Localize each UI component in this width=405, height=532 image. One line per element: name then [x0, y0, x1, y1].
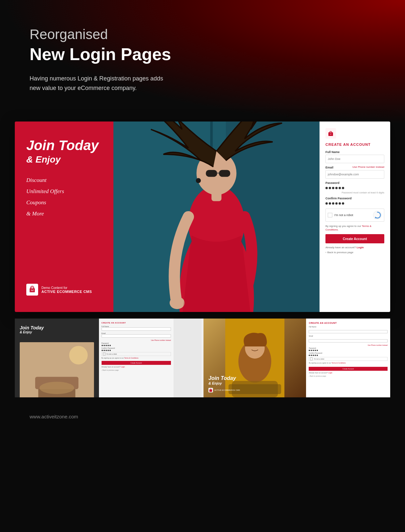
- svg-rect-10: [219, 170, 230, 177]
- svg-rect-9: [206, 170, 217, 177]
- join-today-heading: Join Today: [26, 138, 102, 153]
- hero-section: Reorganised New Login Pages Having numer…: [0, 0, 405, 125]
- hero-subtitle: Reorganised: [30, 26, 375, 43]
- form-logo: [325, 128, 384, 140]
- thumb1-join: Join Today: [20, 325, 94, 330]
- login-row: Already have an account? Login: [325, 246, 384, 249]
- captcha-label: I'm not a robot: [334, 213, 371, 217]
- confirm-label: Confirm Password: [325, 197, 384, 200]
- hero-title: New Login Pages: [30, 44, 375, 64]
- chair-image: [20, 342, 94, 397]
- password-label: Password: [325, 181, 384, 185]
- password-group: Password Password must contain at least …: [325, 181, 384, 194]
- terms-text: By signing up you agree to our Terms & C…: [325, 224, 384, 232]
- thumb1-create-btn[interactable]: Create Account: [102, 361, 171, 365]
- hero-description: Having numerous Login & Registration pag…: [30, 74, 201, 93]
- fullname-group: Full Name: [325, 150, 384, 163]
- brand-logo-icon: [26, 284, 38, 296]
- thumb2-name-input[interactable]: [309, 330, 388, 333]
- email-group: Email Use Phone number instead: [325, 166, 384, 179]
- card-branding: Demo Content for ACTIVE ECOMMERCE CMS: [26, 284, 102, 296]
- footer-url: www.activeitzone.com: [30, 414, 78, 419]
- enjoy-heading: & Enjoy: [26, 154, 102, 165]
- svg-rect-32: [209, 389, 212, 392]
- thumb2-image: Join Today & Enjoy ACTIVE ECOMMERCE CMS: [203, 319, 306, 397]
- captcha-row: I'm not a robot: [325, 209, 384, 222]
- fullname-input[interactable]: [325, 155, 384, 163]
- form-title: CREATE AN ACCOUNT: [325, 143, 384, 146]
- thumb2-overlay: Join Today & Enjoy ACTIVE ECOMMERCE CMS: [208, 375, 240, 392]
- benefit-coupons: Coupons: [26, 197, 102, 208]
- thumb2-create-btn[interactable]: Create Account: [309, 367, 388, 371]
- brand-demo-text: Demo Content for: [41, 286, 92, 290]
- card-right-panel: CREATE AN ACCOUNT Full Name Email Use Ph…: [320, 122, 390, 312]
- brand-name-text: ACTIVE ECOMMERCE CMS: [41, 290, 92, 294]
- card-left-panel: Join Today & Enjoy Discount Unlimited Of…: [15, 122, 113, 312]
- password-hint: Password must contain at least 6 digits: [325, 191, 384, 194]
- benefit-more: & More: [26, 208, 102, 219]
- thumbnails-section: Join Today & Enjoy: [0, 319, 405, 397]
- email-input[interactable]: [325, 170, 384, 179]
- thumbnail-2: Join Today & Enjoy ACTIVE ECOMMERCE CMS …: [202, 319, 390, 397]
- form-logo-icon: [325, 128, 336, 139]
- svg-point-13: [170, 297, 185, 309]
- svg-rect-1: [30, 288, 35, 292]
- svg-point-25: [69, 346, 87, 364]
- thumb2-captcha: I'm not a robot: [309, 357, 388, 361]
- main-card: Join Today & Enjoy Discount Unlimited Of…: [15, 122, 390, 312]
- confirm-password-group: Confirm Password: [325, 197, 384, 206]
- chevron-left-icon: ‹: [325, 251, 326, 254]
- thumb1-captcha: I'm not a robot: [102, 352, 171, 356]
- login-link[interactable]: Login: [357, 246, 364, 249]
- thumbnail-1: Join Today & Enjoy: [15, 319, 202, 397]
- hero-image: [113, 122, 320, 312]
- svg-point-24: [39, 382, 74, 394]
- thumb1-form: CREATE AN ACCOUNT Full Name Email Use Ph…: [99, 319, 174, 397]
- svg-point-12: [196, 178, 201, 183]
- thumb1-name-input[interactable]: [102, 327, 171, 331]
- thumb2-form: CREATE AN ACCOUNT Full Name Email Use Ph…: [306, 319, 390, 397]
- thumb1-left: Join Today & Enjoy: [15, 319, 99, 397]
- confirm-dots: [325, 201, 384, 206]
- thumb1-enjoy: & Enjoy: [20, 330, 94, 334]
- thumb1-email-input[interactable]: [102, 334, 171, 338]
- thumb2-email-input[interactable]: [309, 339, 388, 343]
- captcha-checkbox[interactable]: [328, 213, 332, 217]
- preview-section: Join Today & Enjoy Discount Unlimited Of…: [0, 122, 405, 312]
- recaptcha-logo: [373, 211, 382, 220]
- thumb2-brand-icon: [208, 388, 213, 392]
- benefit-offers: Unlimited Offers: [26, 186, 102, 197]
- create-account-button[interactable]: Create Account: [325, 234, 384, 243]
- back-link[interactable]: ‹ Back to previous page: [325, 251, 384, 254]
- password-dots: [325, 186, 384, 190]
- use-phone-link[interactable]: Use Phone number instead: [352, 166, 384, 168]
- card-center-panel: [113, 122, 320, 312]
- benefit-discount: Discount: [26, 175, 102, 186]
- benefits-list: Discount Unlimited Offers Coupons & More: [26, 175, 102, 219]
- fullname-label: Full Name: [325, 150, 384, 154]
- footer-section: www.activeitzone.com: [0, 404, 405, 430]
